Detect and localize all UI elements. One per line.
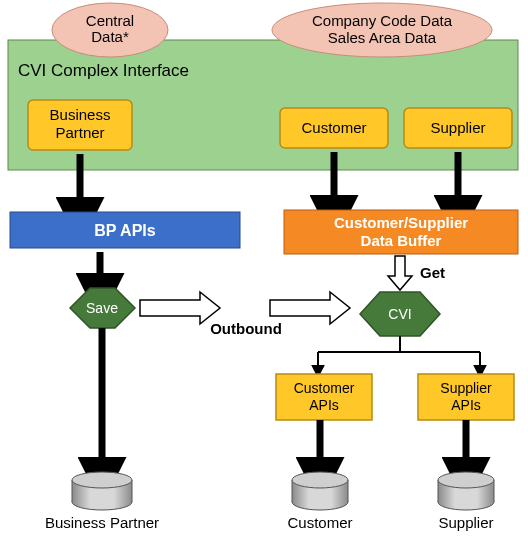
company-code-line: Company Code Data <box>312 12 453 29</box>
supplier-label: Supplier <box>430 119 485 136</box>
business-partner-label-l2: Partner <box>55 124 104 141</box>
cvi-complex-interface-title: CVI Complex Interface <box>18 61 189 80</box>
cust-supp-buffer-l1: Customer/Supplier <box>334 214 468 231</box>
outbound-arrow-2 <box>270 292 350 324</box>
outbound-arrow-1 <box>140 292 220 324</box>
central-data-line2: Data* <box>91 28 129 45</box>
svg-point-14 <box>438 472 494 488</box>
customer-apis-l1: Customer <box>294 380 355 396</box>
supplier-db-label: Supplier <box>438 514 493 531</box>
outbound-label: Outbound <box>210 320 282 337</box>
get-label: Get <box>420 264 445 281</box>
customer-db-label: Customer <box>287 514 352 531</box>
central-data-line1: Central <box>86 12 134 29</box>
supplier-apis-l1: Supplier <box>440 380 492 396</box>
business-partner-db-label: Business Partner <box>45 514 159 531</box>
svg-point-9 <box>292 472 348 488</box>
supplier-db-icon <box>438 472 494 510</box>
arrow-buffer-get <box>388 256 412 290</box>
customer-db-icon <box>292 472 348 510</box>
supplier-apis-l2: APIs <box>451 397 481 413</box>
sales-area-line: Sales Area Data <box>328 29 437 46</box>
customer-label: Customer <box>301 119 366 136</box>
business-partner-db-icon <box>72 472 132 510</box>
svg-point-4 <box>72 472 132 488</box>
bp-apis-label: BP APIs <box>94 222 155 239</box>
customer-apis-l2: APIs <box>309 397 339 413</box>
business-partner-label-l1: Business <box>50 106 111 123</box>
cust-supp-buffer-l2: Data Buffer <box>361 232 442 249</box>
cvi-hex-label: CVI <box>388 306 411 322</box>
save-label: Save <box>86 300 118 316</box>
